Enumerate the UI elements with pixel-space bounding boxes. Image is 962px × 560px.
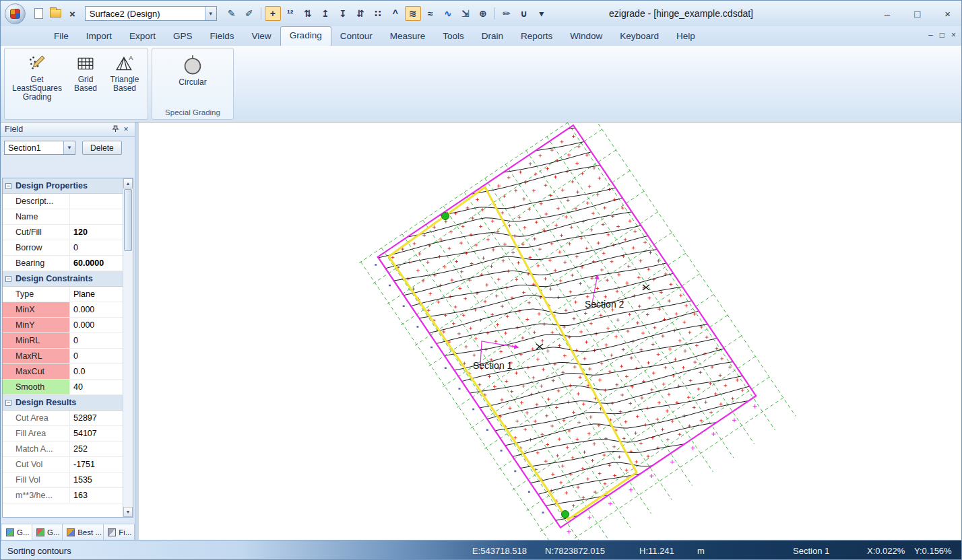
panel-close-icon[interactable]: × — [121, 125, 131, 133]
panel-tab-3[interactable]: Best ... — [63, 524, 104, 540]
menu-tab-reports[interactable]: Reports — [512, 28, 561, 46]
design-levels-icon[interactable]: ↥ — [317, 6, 333, 21]
property-value[interactable]: 1535 — [69, 473, 123, 487]
triangle-based-button[interactable]: A Triangle Based — [104, 50, 145, 95]
collapse-icon[interactable]: − — [5, 276, 11, 282]
menu-tab-grading[interactable]: Grading — [280, 26, 331, 46]
scrollbar[interactable]: ▲ ▼ — [123, 178, 133, 517]
chevron-down-icon[interactable]: ▼ — [63, 141, 75, 154]
menu-tab-drain[interactable]: Drain — [473, 28, 512, 46]
property-value[interactable] — [69, 194, 123, 209]
panel-tab-1[interactable]: G... — [2, 524, 32, 540]
collapse-icon[interactable]: − — [5, 183, 11, 189]
property-value[interactable]: 0.000 — [69, 302, 123, 317]
expander-cell — [3, 426, 14, 441]
zoom-extents-icon[interactable]: ⇲ — [457, 6, 474, 21]
delete-button[interactable]: Delete — [82, 141, 122, 155]
menu-tab-keyboard[interactable]: Keyboard — [611, 28, 668, 46]
get-leastsquares-grading-button[interactable]: Get LeastSquares Grading — [7, 50, 67, 104]
doc-close-button[interactable]: × — [951, 30, 956, 40]
menu-tab-window[interactable]: Window — [561, 28, 611, 46]
property-label: Smooth — [14, 380, 69, 394]
zoom-window-icon[interactable]: ⊕ — [475, 6, 491, 21]
open-file-icon[interactable] — [50, 9, 61, 18]
property-value[interactable]: 0 — [69, 240, 123, 255]
surface-select[interactable]: Surface2 (Design) ▼ — [85, 6, 217, 21]
property-row: Cut Vol-1751 — [3, 457, 123, 473]
menu-tab-measure[interactable]: Measure — [381, 28, 435, 46]
maximize-button[interactable]: □ — [914, 8, 920, 20]
panel-tab-2[interactable]: G... — [32, 524, 63, 540]
jug-icon[interactable]: ∪ — [516, 6, 532, 21]
expander-cell[interactable]: − — [3, 395, 14, 410]
measure-pen-icon[interactable]: ✏ — [499, 6, 515, 21]
doc-restore-button[interactable]: □ — [940, 30, 944, 40]
close-file-icon[interactable]: × — [69, 9, 75, 19]
property-group-row: −Design Properties — [3, 178, 123, 194]
property-row: MinRL0 — [3, 333, 123, 349]
menu-tab-help[interactable]: Help — [668, 28, 704, 46]
cut-depth-icon[interactable]: ↧ — [335, 6, 351, 21]
app-menu-button[interactable] — [5, 3, 26, 24]
property-value[interactable]: 0 — [69, 333, 123, 348]
drawing-svg[interactable]: Section 1Section 2 — [139, 123, 962, 540]
property-value[interactable]: 40 — [69, 380, 123, 394]
pin-icon[interactable] — [110, 125, 121, 134]
contours-icon[interactable]: ≋ — [405, 6, 421, 21]
menu-tab-file[interactable]: File — [45, 28, 77, 46]
panel-tab-label: G... — [47, 528, 60, 536]
new-file-icon[interactable] — [34, 8, 43, 19]
chevron-down-icon[interactable]: ▼ — [205, 7, 216, 20]
slope-arrow-icon[interactable]: ^ — [387, 6, 404, 21]
expander-cell[interactable]: − — [3, 271, 14, 286]
close-button[interactable]: × — [944, 8, 951, 20]
panel-tab-4[interactable]: Fi... — [104, 524, 135, 540]
property-value[interactable]: 0.0 — [69, 364, 123, 379]
scroll-down-icon[interactable]: ▼ — [123, 507, 133, 517]
minimize-button[interactable]: – — [885, 8, 890, 20]
point-numbers-icon[interactable]: ¹² — [282, 6, 298, 21]
property-value[interactable]: 60.0000 — [69, 256, 123, 271]
property-label: Fill Area — [14, 426, 69, 441]
node-dot[interactable] — [562, 511, 569, 518]
digitise-points-icon[interactable]: ✎ — [224, 6, 240, 21]
property-value[interactable]: 163 — [69, 488, 123, 503]
menu-tab-export[interactable]: Export — [121, 28, 164, 46]
station-labels-icon[interactable]: ⇵ — [352, 6, 368, 21]
point-levels-icon[interactable]: ⇅ — [300, 6, 316, 21]
menu-tab-gps[interactable]: GPS — [164, 28, 201, 46]
property-row: Descript... — [3, 194, 123, 209]
property-value[interactable] — [69, 209, 123, 224]
property-value[interactable]: Plane — [69, 287, 123, 302]
property-value[interactable]: 120 — [69, 225, 123, 240]
property-value[interactable]: -1751 — [69, 457, 123, 472]
menu-tab-fields[interactable]: Fields — [201, 28, 243, 46]
scrollbar-thumb[interactable] — [124, 189, 132, 251]
menu-tab-tools[interactable]: Tools — [434, 28, 473, 46]
property-value[interactable]: 0 — [69, 349, 123, 363]
menu-tab-contour[interactable]: Contour — [331, 28, 381, 46]
property-value[interactable]: 52897 — [69, 411, 123, 425]
menu-tab-view[interactable]: View — [243, 28, 280, 46]
property-value[interactable]: 54107 — [69, 426, 123, 441]
scroll-up-icon[interactable]: ▲ — [123, 178, 133, 188]
circular-button[interactable]: Circular — [170, 50, 215, 89]
digitise-breakline-icon[interactable]: ✐ — [241, 6, 257, 21]
grid-points-icon[interactable]: ∷ — [370, 6, 386, 21]
expander-cell — [3, 302, 14, 317]
grid-based-button[interactable]: Grid Based — [68, 50, 103, 95]
collapse-icon[interactable]: − — [5, 400, 11, 406]
section-combo[interactable]: Section1 ▼ — [4, 141, 75, 155]
expander-cell[interactable]: − — [3, 178, 14, 193]
node-dot[interactable] — [442, 213, 449, 220]
toolbar-overflow-icon[interactable]: ▾ — [534, 6, 550, 21]
water-flow-icon[interactable]: ∿ — [440, 6, 456, 21]
doc-minimize-button[interactable]: – — [928, 30, 933, 40]
menu-tab-import[interactable]: Import — [77, 28, 121, 46]
property-value[interactable]: 0.000 — [69, 318, 123, 332]
add-point-icon[interactable]: + — [265, 6, 281, 21]
design-contours-icon[interactable]: ≈ — [422, 6, 439, 21]
drawing-canvas[interactable]: Section 1Section 2 — [139, 123, 962, 540]
property-value[interactable]: 252 — [69, 442, 123, 456]
property-label: Fill Vol — [14, 473, 69, 487]
